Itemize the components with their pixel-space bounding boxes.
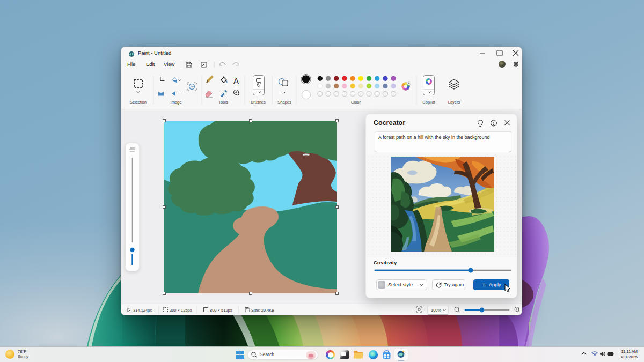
svg-text:314,124px: 314,124px	[133, 308, 152, 313]
svg-text:Color: Color	[351, 100, 361, 105]
svg-text:Layers: Layers	[448, 100, 460, 105]
svg-text:Shapes: Shapes	[277, 100, 291, 105]
svg-text:A: A	[233, 76, 239, 85]
svg-text:300 × 125px: 300 × 125px	[170, 308, 192, 313]
svg-text:Size: 20.4KB: Size: 20.4KB	[251, 308, 274, 313]
svg-text:800 × 512px: 800 × 512px	[210, 308, 232, 313]
svg-text:Copilot: Copilot	[422, 100, 435, 105]
svg-text:Brushes: Brushes	[251, 100, 266, 105]
svg-text:Selection: Selection	[130, 100, 147, 105]
svg-text:Image: Image	[171, 100, 182, 105]
svg-text:Tools: Tools	[218, 100, 228, 105]
svg-text:100%: 100%	[431, 308, 442, 313]
